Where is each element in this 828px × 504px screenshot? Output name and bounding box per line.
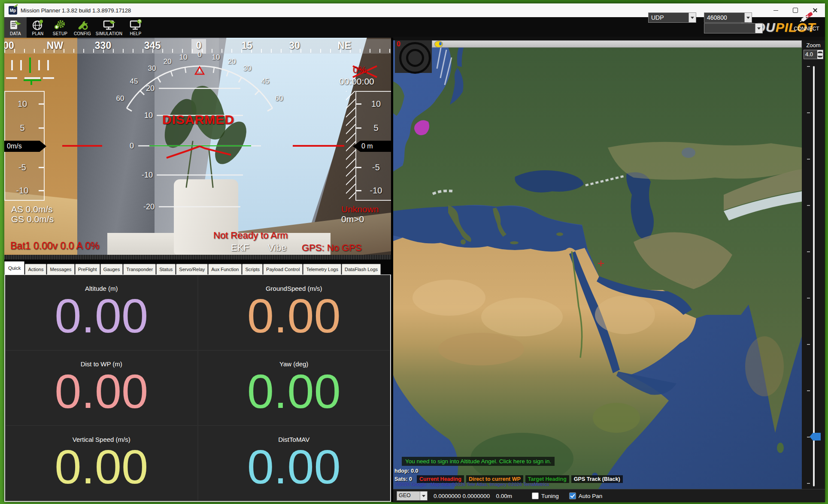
quick-cell-groundspeed[interactable]: GroundSpeed (m/s) 0.00 xyxy=(198,275,391,350)
battery-percent: 0% xyxy=(353,64,367,75)
checkbox-unchecked-icon[interactable] xyxy=(532,492,539,499)
flight-timer: 00:00:00 xyxy=(339,76,374,87)
alt-tick-label: 10 xyxy=(371,99,381,109)
connect-button[interactable]: CONNECT xyxy=(792,10,822,32)
sats-readout: Sats: 0 xyxy=(394,476,412,482)
satellite-map[interactable] xyxy=(393,40,802,489)
zoom-trackbar[interactable] xyxy=(802,66,825,486)
quick-value: 0.00 xyxy=(247,443,341,491)
hud-resize-strip[interactable] xyxy=(4,255,391,260)
toolbar-item-plan[interactable]: PLAN xyxy=(27,17,49,38)
quick-cell-dist-to-wp[interactable]: Dist to WP (m) 0.00 xyxy=(5,350,198,426)
toolbar-item-simulation[interactable]: SIMULATION xyxy=(94,17,124,38)
map-view[interactable]: 0 You need to sign into Altitude Angel. … xyxy=(393,40,802,489)
chevron-down-icon[interactable] xyxy=(688,13,696,22)
quick-cell-vertical-speed[interactable]: Vertical Speed (m/s) 0.00 xyxy=(5,426,198,501)
tab-transponder[interactable]: Transponder xyxy=(123,264,156,275)
tab-quick[interactable]: Quick xyxy=(4,261,24,275)
speed-tick-label: 5 xyxy=(20,123,24,133)
minimize-button[interactable] xyxy=(766,3,786,17)
coordinates-readout: 0.0000000 0.0000000 xyxy=(434,493,490,499)
quick-cell-yaw[interactable]: Yaw (deg) 0.00 xyxy=(198,350,391,426)
quick-value: 0.00 xyxy=(55,443,148,491)
desktop: { "window": { "title": "Mission Planner … xyxy=(0,0,828,504)
baud-rate-select[interactable]: 460800 xyxy=(704,12,752,23)
speed-tick-label: -10 xyxy=(16,186,29,196)
map-top-trackbar[interactable] xyxy=(432,40,802,48)
pitch-label: 0 xyxy=(130,142,134,151)
airspeed-text: AS 0.0m/s xyxy=(11,204,53,214)
chevron-down-icon[interactable] xyxy=(420,492,427,500)
heading-value: 0 xyxy=(397,40,400,48)
title-bar: Mp Mission Planner 1.3.82 build 1.3.8979… xyxy=(4,3,825,17)
roll-label: 45 xyxy=(261,77,270,86)
plug-icon xyxy=(797,10,816,23)
pitch-label: 20 xyxy=(146,84,155,93)
toolbar-item-help[interactable]: HELP xyxy=(124,17,147,38)
map-panel: 0 You need to sign into Altitude Angel. … xyxy=(393,37,825,502)
not-ready-text: Not Ready to Arm xyxy=(213,230,288,241)
zoom-decrement-button[interactable] xyxy=(817,54,823,59)
ekf-indicator[interactable]: EKF xyxy=(231,242,249,254)
roll-label: 20 xyxy=(228,57,236,66)
app-icon: Mp xyxy=(9,6,17,15)
quick-cell-disttomav[interactable]: DistToMAV 0.00 xyxy=(198,426,391,501)
tab-aux-function[interactable]: Aux Function xyxy=(208,264,242,275)
autopan-checkbox[interactable]: Auto Pan xyxy=(569,492,603,499)
heading-compass-widget[interactable]: 0 xyxy=(395,40,432,73)
tab-status[interactable]: Status xyxy=(156,264,176,275)
toolbar-label: DATA xyxy=(10,31,21,36)
zoom-trackbar-ticks xyxy=(807,66,810,486)
config-icon xyxy=(76,18,89,31)
data-tab-strip: Quick Actions Messages PreFlight Gauges … xyxy=(4,260,391,275)
roll-label: 10 xyxy=(212,53,220,62)
altitude-readout: 0.00m xyxy=(496,493,512,499)
quick-value: 0.00 xyxy=(247,292,341,340)
tab-actions[interactable]: Actions xyxy=(25,264,46,275)
tab-payload-control[interactable]: Payload Control xyxy=(263,264,303,275)
coordinate-format-select[interactable]: GEO xyxy=(397,491,428,501)
zoom-spinner[interactable]: 4.0 xyxy=(804,50,823,59)
alt-tick-label: -10 xyxy=(370,186,382,196)
tab-scripts[interactable]: Scripts xyxy=(242,264,263,275)
hud-panel[interactable]: 00 NW 330 345 0 15 30 NE xyxy=(4,38,391,260)
port-select[interactable] xyxy=(704,23,763,33)
tab-servo-relay[interactable]: Servo/Relay xyxy=(176,264,208,275)
tab-gauges[interactable]: Gauges xyxy=(100,264,123,275)
zoom-label: Zoom xyxy=(802,42,825,48)
roll-label: 30 xyxy=(148,64,156,73)
pitch-label: -20 xyxy=(143,202,155,211)
mission-planner-window: Mp Mission Planner 1.3.82 build 1.3.8979… xyxy=(4,3,825,502)
zoom-trackbar-rail xyxy=(813,66,815,486)
zoom-trackbar-thumb[interactable] xyxy=(810,433,821,441)
connection-type-select[interactable]: UDP xyxy=(648,12,696,23)
alt-tick-label: -5 xyxy=(372,163,380,172)
quick-cell-altitude[interactable]: Altitude (m) 0.00 xyxy=(5,275,198,350)
toolbar-item-data[interactable]: DATA xyxy=(4,17,27,38)
roll-label: 0 xyxy=(197,51,201,59)
tab-messages[interactable]: Messages xyxy=(47,264,74,275)
toolbar-item-config[interactable]: CONFIG xyxy=(71,17,94,38)
chevron-down-icon[interactable] xyxy=(744,13,752,22)
compass-inner-ring xyxy=(406,49,424,67)
battery-text: Bat1 0.00v 0.0 A 0% xyxy=(10,240,99,252)
tab-telemetry-logs[interactable]: Telemetry Logs xyxy=(303,264,341,275)
zoom-increment-button[interactable] xyxy=(817,50,823,54)
wp-distance-text: 0m>0 xyxy=(341,214,364,224)
quick-value: 0.00 xyxy=(55,292,148,340)
altitude-angel-signin-link[interactable]: You need to sign into Altitude Angel. Cl… xyxy=(402,457,555,466)
legend-gps-track: GPS Track (Black) xyxy=(571,475,623,483)
quick-panel: Altitude (m) 0.00 GroundSpeed (m/s) 0.00… xyxy=(4,275,391,502)
zoom-control-column: Zoom 4.0 xyxy=(802,40,825,489)
altitude-value-pointer: 0 m xyxy=(353,141,391,152)
tuning-checkbox[interactable]: Tuning xyxy=(532,492,559,499)
simulation-icon xyxy=(102,18,116,31)
vibe-indicator[interactable]: Vibe xyxy=(268,242,287,254)
chevron-down-icon[interactable] xyxy=(755,24,762,33)
minimize-icon xyxy=(773,10,778,11)
checkbox-checked-icon[interactable] xyxy=(569,492,576,499)
toolbar-item-setup[interactable]: SETUP xyxy=(49,17,71,38)
hdop-readout: hdop: 0.0 xyxy=(394,468,419,474)
tab-dataflash-logs[interactable]: DataFlash Logs xyxy=(342,264,381,275)
tab-preflight[interactable]: PreFlight xyxy=(75,264,100,275)
